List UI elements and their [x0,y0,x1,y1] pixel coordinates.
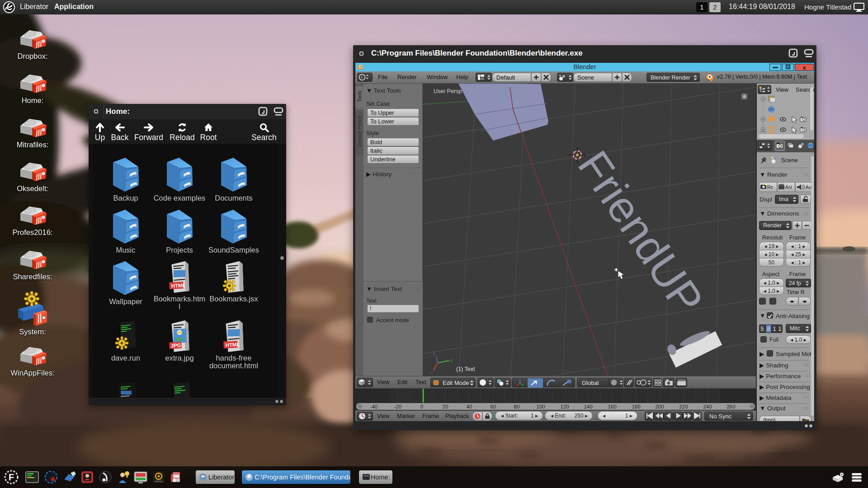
svg-text:40: 40 [467,404,472,409]
svg-text:F: F [9,472,14,482]
svg-text:User Persp: User Persp [434,88,462,94]
svg-text:-40: -40 [370,404,378,409]
svg-text:y: y [450,357,453,363]
svg-text:60: 60 [491,404,496,409]
svg-text:120: 120 [560,404,569,409]
svg-text:(1) Text: (1) Text [456,366,475,372]
svg-text:260: 260 [726,404,735,409]
svg-text:80: 80 [514,404,520,409]
svg-text:Ani: Ani [785,185,792,190]
svg-text:220: 220 [679,404,688,409]
svg-text:Au: Au [806,185,811,190]
svg-text:200: 200 [655,404,664,409]
svg-text:z: z [433,351,436,357]
svg-text:180: 180 [632,404,640,409]
svg-text:240: 240 [703,404,712,409]
svg-text:20: 20 [443,404,448,409]
svg-text:160: 160 [608,404,616,409]
svg-text:0: 0 [420,404,423,409]
svg-text:x: x [430,370,433,375]
svg-text:140: 140 [584,404,592,409]
svg-text:i: i [361,75,362,80]
svg-text:FriendUP: FriendUP [568,142,712,323]
svg-text:Re: Re [767,185,773,190]
svg-text:100: 100 [536,404,545,409]
svg-text:-20: -20 [394,404,402,409]
